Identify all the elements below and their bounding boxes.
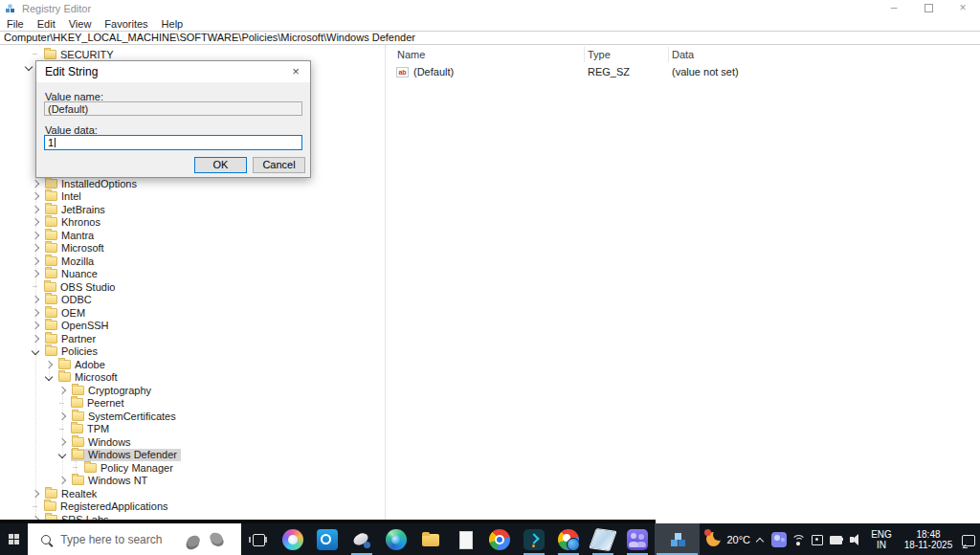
panel-splitter[interactable] bbox=[385, 45, 386, 520]
cancel-button[interactable]: Cancel bbox=[253, 157, 305, 173]
expand-chevron-icon[interactable] bbox=[32, 218, 39, 226]
ok-button[interactable]: OK bbox=[194, 157, 247, 173]
tree-item-mantra[interactable]: Mantra bbox=[0, 229, 369, 242]
regedit-taskbar-button[interactable] bbox=[655, 523, 700, 555]
tree-item-cryptography[interactable]: Cryptography bbox=[0, 384, 369, 397]
tree-item-systemcertificates[interactable]: SystemCertificates bbox=[0, 410, 369, 423]
tree-item-khronos[interactable]: Khronos bbox=[0, 216, 369, 230]
expand-chevron-icon[interactable] bbox=[58, 438, 66, 446]
address-bar[interactable]: Computer\HKEY_LOCAL_MACHINE\SOFTWARE\Pol… bbox=[0, 31, 980, 45]
tree-item-microsoft[interactable]: Microsoft bbox=[0, 242, 369, 255]
tree-item-tpm[interactable]: TPM bbox=[0, 423, 369, 436]
tree-item-policies[interactable]: Policies bbox=[0, 345, 369, 359]
outlook-taskbar-button[interactable] bbox=[310, 523, 345, 555]
tree-item-adobe[interactable]: Adobe bbox=[0, 358, 369, 371]
menu-help[interactable]: Help bbox=[155, 18, 190, 30]
tree-item-srs-labs[interactable]: SRS Labs bbox=[0, 513, 369, 520]
clock[interactable]: 18:48 18-11-2025 bbox=[898, 529, 959, 550]
tree-item-openssh[interactable]: OpenSSH bbox=[0, 320, 369, 333]
edge-taskbar-button[interactable] bbox=[379, 523, 413, 555]
language-indicator[interactable]: ENG IN bbox=[865, 529, 898, 550]
tree-item-jetbrains[interactable]: JetBrains bbox=[0, 203, 369, 216]
expand-chevron-icon[interactable] bbox=[32, 335, 39, 343]
tree-item-intel[interactable]: Intel bbox=[0, 190, 369, 204]
tree-item-nuance[interactable]: Nuance bbox=[0, 268, 369, 281]
tree-item-peernet[interactable]: Peernet bbox=[0, 397, 369, 411]
mouse-app-taskbar-button[interactable] bbox=[345, 523, 379, 555]
battery-tray-button[interactable] bbox=[827, 523, 846, 555]
tree-item-mozilla[interactable]: Mozilla bbox=[0, 255, 369, 268]
expand-chevron-icon[interactable] bbox=[32, 296, 39, 303]
expand-chevron-icon[interactable] bbox=[32, 309, 39, 317]
value-row-default[interactable]: (Default)REG_SZ(value not set) bbox=[390, 65, 980, 79]
teams-tray-button[interactable] bbox=[769, 523, 789, 555]
tree-item-windows-nt[interactable]: Windows NT bbox=[0, 475, 369, 488]
tree-item-registeredapplications[interactable]: RegisteredApplications bbox=[0, 500, 369, 514]
start-button[interactable] bbox=[0, 523, 28, 555]
tree-item-microsoft[interactable]: Microsoft bbox=[0, 371, 369, 385]
column-separator[interactable] bbox=[668, 47, 669, 62]
column-header-data[interactable]: Data bbox=[672, 49, 694, 60]
chrome-profile-taskbar-button[interactable] bbox=[551, 523, 586, 555]
tree-item-windows[interactable]: Windows bbox=[0, 435, 369, 449]
weather-widget[interactable]: 20°C bbox=[706, 523, 750, 555]
wifi-tray-button[interactable] bbox=[789, 523, 808, 555]
column-separator[interactable] bbox=[584, 47, 585, 62]
expand-chevron-icon[interactable] bbox=[32, 206, 39, 213]
expand-chevron-icon[interactable] bbox=[58, 387, 66, 394]
expand-chevron-icon[interactable] bbox=[58, 412, 66, 420]
tree-item-windows-defender[interactable]: Windows Defender bbox=[0, 449, 369, 462]
maximize-button[interactable] bbox=[911, 0, 946, 16]
volume-tray-button[interactable] bbox=[846, 523, 865, 555]
tree-item-security[interactable]: SECURITY bbox=[0, 48, 369, 61]
expand-chevron-icon[interactable] bbox=[32, 192, 39, 200]
values-list-panel[interactable]: Name Type Data (Default)REG_SZ(value not… bbox=[390, 45, 980, 520]
collapse-chevron-icon[interactable] bbox=[45, 373, 53, 381]
chrome-taskbar-button[interactable] bbox=[482, 523, 517, 555]
menu-edit[interactable]: Edit bbox=[31, 18, 62, 30]
menu-view[interactable]: View bbox=[62, 18, 99, 30]
copilot-taskbar-button[interactable] bbox=[276, 523, 310, 555]
value-name-field[interactable]: (Default) bbox=[44, 101, 302, 116]
tree-row-body: SECURITY bbox=[43, 48, 118, 61]
file-explorer-taskbar-button[interactable] bbox=[413, 523, 448, 555]
column-header-name[interactable]: Name bbox=[397, 49, 425, 60]
expand-chevron-icon[interactable] bbox=[32, 270, 39, 278]
menu-file[interactable]: File bbox=[0, 18, 31, 30]
dialog-title-bar[interactable]: Edit String × bbox=[36, 61, 310, 82]
action-center-button[interactable] bbox=[959, 523, 978, 555]
tree-item-policy-manager[interactable]: Policy Manager bbox=[0, 461, 369, 475]
task-view-taskbar-button[interactable] bbox=[241, 523, 276, 555]
chevron-up-tray-button[interactable] bbox=[750, 523, 769, 555]
menu-favorites[interactable]: Favorites bbox=[98, 18, 154, 30]
tree-item-oem[interactable]: OEM bbox=[0, 306, 369, 320]
expand-chevron-icon[interactable] bbox=[32, 322, 39, 329]
dialog-close-icon[interactable]: × bbox=[281, 61, 310, 82]
expand-chevron-icon[interactable] bbox=[32, 180, 39, 188]
tree-item-partner[interactable]: Partner bbox=[0, 332, 369, 345]
notepad-taskbar-button[interactable] bbox=[448, 523, 482, 555]
device-tray-button[interactable] bbox=[808, 523, 827, 555]
taskbar-search[interactable]: Type here to search bbox=[28, 523, 241, 555]
collapse-chevron-icon[interactable] bbox=[58, 451, 66, 458]
tree-item-odbc[interactable]: ODBC bbox=[0, 294, 369, 307]
expand-chevron-icon[interactable] bbox=[32, 232, 39, 239]
value-name-cell: (Default) bbox=[396, 66, 454, 78]
photos-taskbar-button[interactable] bbox=[586, 523, 620, 555]
media-app-taskbar-button[interactable] bbox=[517, 523, 551, 555]
tree-item-installedoptions[interactable]: InstalledOptions bbox=[0, 177, 369, 190]
expand-chevron-icon[interactable] bbox=[45, 361, 53, 368]
tree-item-realtek[interactable]: Realtek bbox=[0, 487, 369, 500]
close-button[interactable]: × bbox=[946, 0, 980, 16]
expand-chevron-icon[interactable] bbox=[32, 490, 39, 498]
expand-chevron-icon[interactable] bbox=[58, 477, 66, 484]
expand-chevron-icon[interactable] bbox=[32, 244, 39, 252]
value-data-field[interactable]: 1 bbox=[44, 135, 302, 150]
headphones-image[interactable] bbox=[184, 526, 226, 552]
collapse-chevron-icon[interactable] bbox=[32, 347, 39, 355]
column-header-type[interactable]: Type bbox=[588, 49, 611, 60]
minimize-button[interactable]: – bbox=[877, 0, 911, 16]
people-taskbar-button[interactable] bbox=[620, 523, 655, 555]
expand-chevron-icon[interactable] bbox=[32, 257, 39, 265]
tree-item-obs-studio[interactable]: OBS Studio bbox=[0, 280, 369, 294]
